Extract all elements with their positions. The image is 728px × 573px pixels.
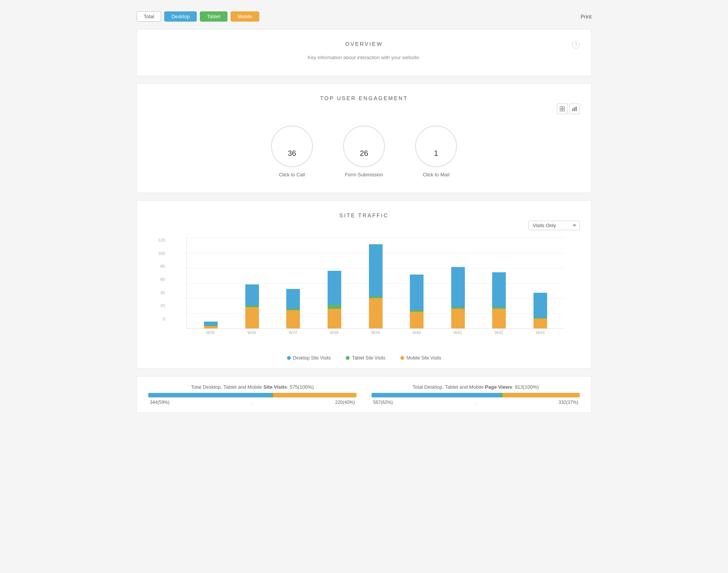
bar-group-w40 [396,275,438,328]
bars-container [187,238,565,328]
y-label-80: 80 [148,264,165,268]
click-to-mail-circle: 1 [415,126,457,167]
bar-group-w43 [520,293,561,328]
mobile-legend-dot [400,356,404,360]
site-visits-title-bold: Site Visits [264,384,287,390]
bar-desktop-w43 [533,293,547,318]
tablet-legend-dot [346,356,350,360]
bar-desktop-w35 [204,322,218,325]
bar-desktop-w37 [286,289,300,309]
page-views-values: 567(62%) .. 332(37%) [372,400,580,405]
svg-rect-6 [576,107,577,111]
site-visits-bar [148,393,356,397]
tablet-legend-label: Tablet Site Visits [352,355,385,361]
form-submission-circle: 26 [343,126,385,167]
chart-view-button[interactable] [569,104,580,114]
y-label-100: 100 [148,251,165,256]
bar-mobile-w39 [369,298,383,328]
y-axis-labels: 120 100 80 60 40 20 0 [148,238,165,321]
x-label-w39: W39 [355,330,396,335]
bar-mobile-w37 [286,310,300,328]
click-to-call-label: Click to Call [279,172,305,177]
page-views-title-pre: Total Desktop, Tablet and Mobile [413,384,485,390]
svg-rect-4 [572,108,573,111]
bar-group-w39 [355,244,396,328]
legend-tablet: Tablet Site Visits [346,355,385,361]
summary-site-visits: Total Desktop, Tablet and Mobile Site Vi… [148,384,356,405]
engagement-click-to-mail: 1 Click to Mail [415,126,457,177]
bar-desktop-w40 [410,275,424,310]
click-to-mail-count: 1 [434,149,438,158]
svg-rect-0 [560,107,562,108]
x-label-w40: W40 [396,330,437,335]
bar-mobile-w43 [533,319,547,328]
overview-help-icon[interactable]: ? [572,41,580,49]
page-views-title-bold: Page Views [485,384,512,390]
bar-stack-w39 [369,244,383,328]
bar-desktop-w41 [451,267,465,307]
summary-bar-desktop [148,393,271,397]
summary-bar-mobile [503,393,580,397]
svg-rect-3 [563,109,565,111]
visits-dropdown[interactable]: Visits Only Page Views Only Both [529,221,580,230]
page-views-bar [372,393,580,397]
bar-group-w36 [232,284,273,328]
bar-stack-w35 [204,322,218,328]
x-label-w37: W37 [272,330,314,335]
bar-stack-w40 [410,275,424,328]
form-submission-count: 26 [360,149,368,158]
overview-subtitle: Key information about interaction with y… [148,55,580,60]
filter-desktop-button[interactable]: Desktop [164,11,197,22]
overview-section: OVERVIEW ? Key information about interac… [136,29,592,76]
x-label-w41: W41 [437,330,479,335]
print-button[interactable]: Print [581,14,592,20]
x-label-w42: W42 [479,330,520,335]
bar-group-w41 [437,267,479,328]
x-label-w36: W36 [231,330,273,335]
site-visits-title: Total Desktop, Tablet and Mobile Site Vi… [148,384,356,390]
view-toggle [148,104,580,114]
bar-group-w38 [314,271,355,328]
site-visits-sep: .. [251,400,254,405]
page-views-title-post: : 913(100%) [512,384,539,390]
svg-rect-2 [560,109,562,111]
site-visits-title-pre: Total Desktop, Tablet and Mobile [191,384,264,390]
bar-stack-w42 [492,272,506,328]
filter-mobile-button[interactable]: Mobile [231,11,259,22]
filter-total-button[interactable]: Total [136,11,161,22]
bar-tablet-w38 [328,305,341,309]
summary-bar-desktop [372,393,500,397]
bar-stack-w43 [533,293,547,328]
bar-desktop-w36 [245,284,259,306]
click-to-mail-label: Click to Mail [423,172,449,177]
bar-group-w37 [273,289,314,328]
x-label-w43: W43 [519,330,561,335]
overview-header: OVERVIEW ? [148,41,580,47]
y-label-60: 60 [148,277,165,282]
site-traffic-section: SITE TRAFFIC Visits Only Page Views Only… [136,201,592,369]
bar-mobile-w40 [410,312,424,328]
bar-group-w35 [190,322,232,328]
x-axis-labels: W35W36W37W38W39W40W41W42W43 [186,329,565,335]
desktop-legend-dot [287,356,291,360]
chart-area: 120 100 80 60 40 20 0 [148,234,580,350]
x-label-w35: W35 [190,330,231,335]
bar-stack-w41 [451,267,465,328]
table-view-button[interactable] [557,104,568,114]
svg-rect-1 [563,107,565,108]
y-label-0: 0 [148,317,165,321]
bar-group-w42 [479,272,520,328]
page-views-title: Total Desktop, Tablet and Mobile Page Vi… [372,384,580,390]
bar-mobile-w35 [204,326,218,328]
filter-tablet-button[interactable]: Tablet [200,11,228,22]
bar-stack-w37 [286,289,300,328]
click-to-call-count: 36 [288,149,296,158]
page-views-sep: .. [474,400,477,405]
filter-buttons: Total Desktop Tablet Mobile [136,11,259,22]
bar-mobile-w42 [492,309,506,328]
site-visits-mobile-value: 220(40%) [335,400,355,405]
site-visits-values: 344(59%) .. 220(40%) [148,400,356,405]
legend-mobile: Mobile Site Visits [400,355,441,361]
bar-mobile-w38 [328,309,341,328]
bar-mobile-w36 [245,307,259,328]
